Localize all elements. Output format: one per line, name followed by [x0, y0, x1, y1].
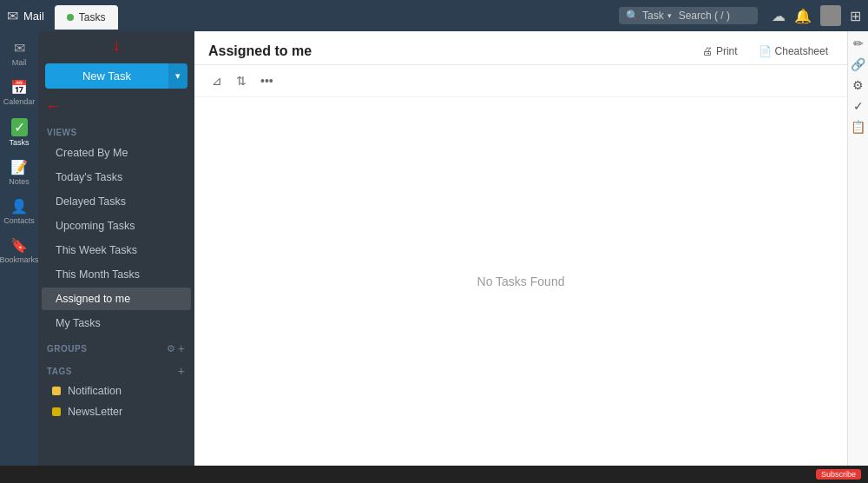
down-arrow-annotation: ↓ — [112, 35, 121, 55]
tag-notification-label: Notification — [68, 385, 122, 397]
right-icon-strip: ✏ 🔗 ⚙ ✓ 📋 — [847, 31, 868, 466]
sidebar-item-created-by-me[interactable]: Created By Me — [42, 142, 191, 164]
sidebar-item-this-week-tasks[interactable]: This Week Tasks — [42, 239, 191, 261]
left-arrow-annotation: ← — [45, 97, 61, 116]
print-icon: 🖨 — [702, 45, 713, 57]
cheatsheet-button[interactable]: 📄 Cheatsheet — [753, 42, 833, 61]
right-icon-5[interactable]: 📋 — [851, 120, 865, 134]
add-tag-button[interactable]: + — [175, 365, 187, 377]
content-area: Assigned to me 🖨 Print 📄 Cheatsheet ⊿ ⇅ — [194, 31, 847, 466]
app-name: Mail — [23, 10, 44, 23]
content-toolbar: ⊿ ⇅ ••• — [194, 65, 847, 97]
cheatsheet-icon: 📄 — [759, 45, 772, 57]
more-icon: ••• — [260, 74, 273, 88]
avatar[interactable] — [820, 5, 841, 26]
icon-bar: ✉ Mail 📅 Calendar ✓ Tasks 📝 Notes 👤 Cont… — [0, 31, 38, 466]
contacts-nav-label: Contacts — [3, 216, 35, 225]
print-button[interactable]: 🖨 Print — [697, 42, 743, 61]
sidebar-item-todays-tasks[interactable]: Today's Tasks — [42, 166, 191, 189]
notes-nav-label: Notes — [9, 177, 30, 186]
views-section-label: VIEWS — [38, 119, 194, 141]
search-icon: 🔍 — [626, 10, 639, 22]
tag-notification-color — [52, 387, 61, 395]
subscribe-button[interactable]: Subscribe — [816, 469, 861, 480]
new-task-btn-wrap: New Task ▾ — [38, 56, 194, 96]
cloud-icon[interactable]: ☁ — [772, 8, 786, 24]
calendar-nav-icon: 📅 — [10, 79, 28, 96]
tasks-tab-label: Tasks — [79, 11, 106, 23]
task-dropdown-arrow: ▾ — [667, 11, 672, 20]
more-options-button[interactable]: ••• — [257, 72, 277, 89]
sidebar-item-delayed-tasks[interactable]: Delayed Tasks — [42, 190, 191, 213]
content-header: Assigned to me 🖨 Print 📄 Cheatsheet — [194, 31, 847, 65]
app-branding: ✉ Mail — [7, 8, 44, 24]
sidebar-item-notes[interactable]: 📝 Notes — [2, 154, 36, 191]
sidebar-item-bookmarks[interactable]: 🔖 Bookmarks — [2, 232, 36, 269]
sidebar-item-my-tasks[interactable]: My Tasks — [42, 312, 191, 334]
right-icon-4[interactable]: ✓ — [853, 99, 864, 113]
bookmarks-nav-label: Bookmarks — [0, 255, 39, 264]
bookmarks-nav-icon: 🔖 — [10, 237, 28, 254]
mail-nav-icon: ✉ — [14, 40, 25, 56]
filter-button[interactable]: ⊿ — [208, 72, 226, 89]
right-icon-3[interactable]: ⚙ — [852, 78, 864, 92]
notes-nav-icon: 📝 — [10, 159, 28, 175]
topbar-icons: ☁ 🔔 ⊞ — [772, 5, 861, 26]
groups-section: GROUPS ⚙ + — [38, 335, 194, 358]
sort-button[interactable]: ⇅ — [233, 72, 250, 89]
grid-icon[interactable]: ⊞ — [850, 8, 861, 24]
add-group-button[interactable]: + — [175, 342, 187, 354]
sort-icon: ⇅ — [236, 74, 247, 88]
sidebar-item-tasks[interactable]: ✓ Tasks — [2, 113, 36, 152]
tasks-nav-label: Tasks — [9, 138, 29, 147]
header-actions: 🖨 Print 📄 Cheatsheet — [697, 42, 833, 61]
tags-label: TAGS — [47, 367, 175, 376]
tag-newsletter[interactable]: NewsLetter — [38, 401, 194, 422]
new-task-dropdown-button[interactable]: ▾ — [168, 63, 187, 89]
filter-icon: ⊿ — [212, 74, 222, 88]
right-icon-1[interactable]: ✏ — [853, 36, 864, 50]
sidebar-item-this-month-tasks[interactable]: This Month Tasks — [42, 263, 191, 286]
sidebar-item-calendar[interactable]: 📅 Calendar — [2, 74, 36, 111]
topbar: ✉ Mail Tasks 🔍 Task ▾ Search ( / ) ☁ 🔔 ⊞ — [0, 0, 868, 31]
content-body: No Tasks Found — [194, 97, 847, 466]
mail-icon: ✉ — [7, 8, 18, 24]
sidebar-item-contacts[interactable]: 👤 Contacts — [2, 193, 36, 230]
empty-message: No Tasks Found — [477, 275, 565, 288]
tasks-nav-icon: ✓ — [11, 118, 28, 136]
groups-label: GROUPS — [47, 344, 167, 354]
bell-icon[interactable]: 🔔 — [794, 8, 812, 24]
sidebar-item-assigned-to-me[interactable]: Assigned to me — [42, 288, 191, 310]
tags-section: TAGS + — [38, 358, 194, 380]
task-dropdown-label: Task — [642, 10, 664, 22]
mail-nav-label: Mail — [12, 58, 27, 67]
sidebar-item-upcoming-tasks[interactable]: Upcoming Tasks — [42, 215, 191, 237]
new-task-area: ↓ New Task ▾ — [38, 31, 194, 96]
calendar-nav-label: Calendar — [3, 97, 36, 106]
page-title: Assigned to me — [208, 43, 312, 59]
tab-bar: Tasks — [55, 2, 118, 30]
tag-notification[interactable]: Notification — [38, 380, 194, 401]
groups-settings-icon[interactable]: ⚙ — [167, 343, 175, 354]
main-layout: ✉ Mail 📅 Calendar ✓ Tasks 📝 Notes 👤 Cont… — [0, 31, 868, 466]
contacts-nav-icon: 👤 — [10, 198, 28, 215]
bottom-bar: Subscribe — [0, 466, 868, 483]
right-icon-2[interactable]: 🔗 — [851, 57, 865, 71]
tasks-tab[interactable]: Tasks — [55, 5, 118, 30]
tag-newsletter-label: NewsLetter — [68, 406, 122, 418]
arrow-annotation-row: ← — [38, 96, 194, 119]
new-task-button[interactable]: New Task — [45, 63, 168, 89]
search-placeholder: Search ( / ) — [679, 10, 730, 22]
sidebar-item-mail[interactable]: ✉ Mail — [2, 35, 36, 72]
tag-newsletter-color — [52, 407, 61, 416]
sidebar: ↓ New Task ▾ ← VIEWS Created By Me Today… — [38, 31, 194, 466]
tab-status-dot — [67, 14, 74, 21]
search-bar[interactable]: 🔍 Task ▾ Search ( / ) — [619, 7, 758, 24]
